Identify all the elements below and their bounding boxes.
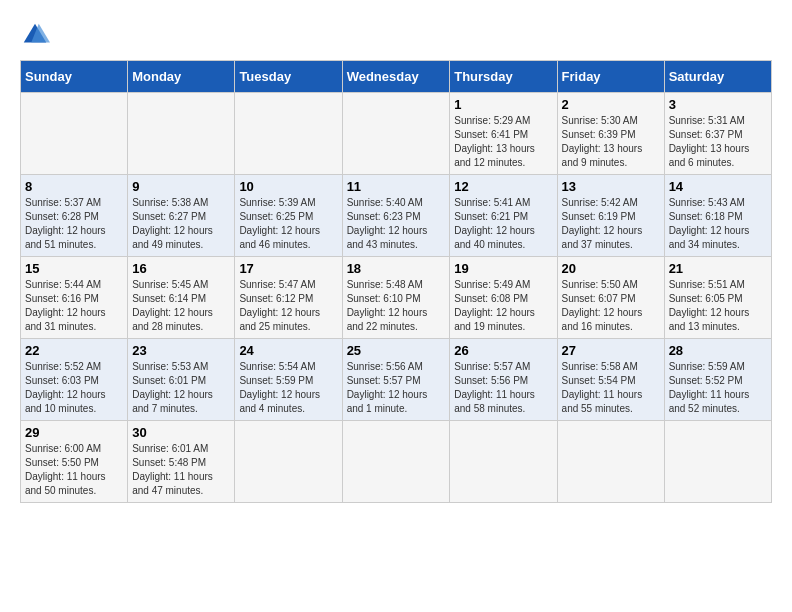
calendar-cell — [342, 93, 450, 175]
calendar-cell: 21 Sunrise: 5:51 AMSunset: 6:05 PMDaylig… — [664, 257, 771, 339]
day-info: Sunrise: 5:43 AMSunset: 6:18 PMDaylight:… — [669, 197, 750, 250]
day-info: Sunrise: 5:58 AMSunset: 5:54 PMDaylight:… — [562, 361, 643, 414]
calendar-cell: 10 Sunrise: 5:39 AMSunset: 6:25 PMDaylig… — [235, 175, 342, 257]
day-number: 17 — [239, 261, 337, 276]
day-info: Sunrise: 5:42 AMSunset: 6:19 PMDaylight:… — [562, 197, 643, 250]
calendar-cell — [342, 421, 450, 503]
calendar-week-2: 8 Sunrise: 5:37 AMSunset: 6:28 PMDayligh… — [21, 175, 772, 257]
page-header — [20, 20, 772, 50]
day-number: 23 — [132, 343, 230, 358]
col-header-monday: Monday — [128, 61, 235, 93]
day-number: 18 — [347, 261, 446, 276]
calendar-cell — [21, 93, 128, 175]
calendar-week-1: 1 Sunrise: 5:29 AMSunset: 6:41 PMDayligh… — [21, 93, 772, 175]
day-info: Sunrise: 5:59 AMSunset: 5:52 PMDaylight:… — [669, 361, 750, 414]
calendar-cell — [235, 93, 342, 175]
day-number: 10 — [239, 179, 337, 194]
day-info: Sunrise: 5:29 AMSunset: 6:41 PMDaylight:… — [454, 115, 535, 168]
calendar-cell: 19 Sunrise: 5:49 AMSunset: 6:08 PMDaylig… — [450, 257, 557, 339]
calendar-cell: 1 Sunrise: 5:29 AMSunset: 6:41 PMDayligh… — [450, 93, 557, 175]
calendar-cell: 25 Sunrise: 5:56 AMSunset: 5:57 PMDaylig… — [342, 339, 450, 421]
calendar-cell: 9 Sunrise: 5:38 AMSunset: 6:27 PMDayligh… — [128, 175, 235, 257]
col-header-wednesday: Wednesday — [342, 61, 450, 93]
day-number: 25 — [347, 343, 446, 358]
calendar-week-4: 22 Sunrise: 5:52 AMSunset: 6:03 PMDaylig… — [21, 339, 772, 421]
day-info: Sunrise: 5:48 AMSunset: 6:10 PMDaylight:… — [347, 279, 428, 332]
calendar-cell — [450, 421, 557, 503]
day-number: 27 — [562, 343, 660, 358]
calendar-week-3: 15 Sunrise: 5:44 AMSunset: 6:16 PMDaylig… — [21, 257, 772, 339]
day-number: 9 — [132, 179, 230, 194]
day-info: Sunrise: 5:37 AMSunset: 6:28 PMDaylight:… — [25, 197, 106, 250]
calendar-cell — [128, 93, 235, 175]
day-info: Sunrise: 6:01 AMSunset: 5:48 PMDaylight:… — [132, 443, 213, 496]
day-info: Sunrise: 5:56 AMSunset: 5:57 PMDaylight:… — [347, 361, 428, 414]
col-header-tuesday: Tuesday — [235, 61, 342, 93]
day-number: 15 — [25, 261, 123, 276]
day-number: 26 — [454, 343, 552, 358]
calendar-cell: 27 Sunrise: 5:58 AMSunset: 5:54 PMDaylig… — [557, 339, 664, 421]
day-info: Sunrise: 5:52 AMSunset: 6:03 PMDaylight:… — [25, 361, 106, 414]
day-number: 11 — [347, 179, 446, 194]
day-number: 12 — [454, 179, 552, 194]
calendar-cell: 26 Sunrise: 5:57 AMSunset: 5:56 PMDaylig… — [450, 339, 557, 421]
day-info: Sunrise: 5:53 AMSunset: 6:01 PMDaylight:… — [132, 361, 213, 414]
calendar-cell: 2 Sunrise: 5:30 AMSunset: 6:39 PMDayligh… — [557, 93, 664, 175]
calendar-cell: 18 Sunrise: 5:48 AMSunset: 6:10 PMDaylig… — [342, 257, 450, 339]
day-info: Sunrise: 5:50 AMSunset: 6:07 PMDaylight:… — [562, 279, 643, 332]
day-number: 24 — [239, 343, 337, 358]
day-number: 8 — [25, 179, 123, 194]
calendar-cell: 8 Sunrise: 5:37 AMSunset: 6:28 PMDayligh… — [21, 175, 128, 257]
day-number: 1 — [454, 97, 552, 112]
calendar-cell: 11 Sunrise: 5:40 AMSunset: 6:23 PMDaylig… — [342, 175, 450, 257]
day-number: 22 — [25, 343, 123, 358]
calendar-cell: 22 Sunrise: 5:52 AMSunset: 6:03 PMDaylig… — [21, 339, 128, 421]
day-number: 19 — [454, 261, 552, 276]
day-info: Sunrise: 5:45 AMSunset: 6:14 PMDaylight:… — [132, 279, 213, 332]
day-info: Sunrise: 5:40 AMSunset: 6:23 PMDaylight:… — [347, 197, 428, 250]
col-header-saturday: Saturday — [664, 61, 771, 93]
calendar-cell: 29 Sunrise: 6:00 AMSunset: 5:50 PMDaylig… — [21, 421, 128, 503]
day-info: Sunrise: 6:00 AMSunset: 5:50 PMDaylight:… — [25, 443, 106, 496]
calendar-cell: 13 Sunrise: 5:42 AMSunset: 6:19 PMDaylig… — [557, 175, 664, 257]
calendar-cell: 20 Sunrise: 5:50 AMSunset: 6:07 PMDaylig… — [557, 257, 664, 339]
day-info: Sunrise: 5:39 AMSunset: 6:25 PMDaylight:… — [239, 197, 320, 250]
calendar-cell: 14 Sunrise: 5:43 AMSunset: 6:18 PMDaylig… — [664, 175, 771, 257]
calendar-cell: 17 Sunrise: 5:47 AMSunset: 6:12 PMDaylig… — [235, 257, 342, 339]
calendar-cell: 3 Sunrise: 5:31 AMSunset: 6:37 PMDayligh… — [664, 93, 771, 175]
day-info: Sunrise: 5:57 AMSunset: 5:56 PMDaylight:… — [454, 361, 535, 414]
day-number: 2 — [562, 97, 660, 112]
calendar-cell — [235, 421, 342, 503]
calendar-cell — [557, 421, 664, 503]
logo — [20, 20, 54, 50]
calendar-cell: 16 Sunrise: 5:45 AMSunset: 6:14 PMDaylig… — [128, 257, 235, 339]
day-info: Sunrise: 5:44 AMSunset: 6:16 PMDaylight:… — [25, 279, 106, 332]
logo-icon — [20, 20, 50, 50]
day-number: 3 — [669, 97, 767, 112]
day-info: Sunrise: 5:54 AMSunset: 5:59 PMDaylight:… — [239, 361, 320, 414]
day-info: Sunrise: 5:49 AMSunset: 6:08 PMDaylight:… — [454, 279, 535, 332]
col-header-sunday: Sunday — [21, 61, 128, 93]
calendar-table: SundayMondayTuesdayWednesdayThursdayFrid… — [20, 60, 772, 503]
day-info: Sunrise: 5:47 AMSunset: 6:12 PMDaylight:… — [239, 279, 320, 332]
day-number: 16 — [132, 261, 230, 276]
day-info: Sunrise: 5:31 AMSunset: 6:37 PMDaylight:… — [669, 115, 750, 168]
day-number: 14 — [669, 179, 767, 194]
day-number: 28 — [669, 343, 767, 358]
day-number: 13 — [562, 179, 660, 194]
calendar-cell: 28 Sunrise: 5:59 AMSunset: 5:52 PMDaylig… — [664, 339, 771, 421]
day-info: Sunrise: 5:51 AMSunset: 6:05 PMDaylight:… — [669, 279, 750, 332]
day-number: 29 — [25, 425, 123, 440]
calendar-week-5: 29 Sunrise: 6:00 AMSunset: 5:50 PMDaylig… — [21, 421, 772, 503]
day-number: 21 — [669, 261, 767, 276]
day-info: Sunrise: 5:30 AMSunset: 6:39 PMDaylight:… — [562, 115, 643, 168]
calendar-cell: 15 Sunrise: 5:44 AMSunset: 6:16 PMDaylig… — [21, 257, 128, 339]
day-info: Sunrise: 5:41 AMSunset: 6:21 PMDaylight:… — [454, 197, 535, 250]
calendar-cell: 23 Sunrise: 5:53 AMSunset: 6:01 PMDaylig… — [128, 339, 235, 421]
day-number: 30 — [132, 425, 230, 440]
calendar-cell: 24 Sunrise: 5:54 AMSunset: 5:59 PMDaylig… — [235, 339, 342, 421]
col-header-thursday: Thursday — [450, 61, 557, 93]
col-header-friday: Friday — [557, 61, 664, 93]
calendar-cell: 30 Sunrise: 6:01 AMSunset: 5:48 PMDaylig… — [128, 421, 235, 503]
day-info: Sunrise: 5:38 AMSunset: 6:27 PMDaylight:… — [132, 197, 213, 250]
